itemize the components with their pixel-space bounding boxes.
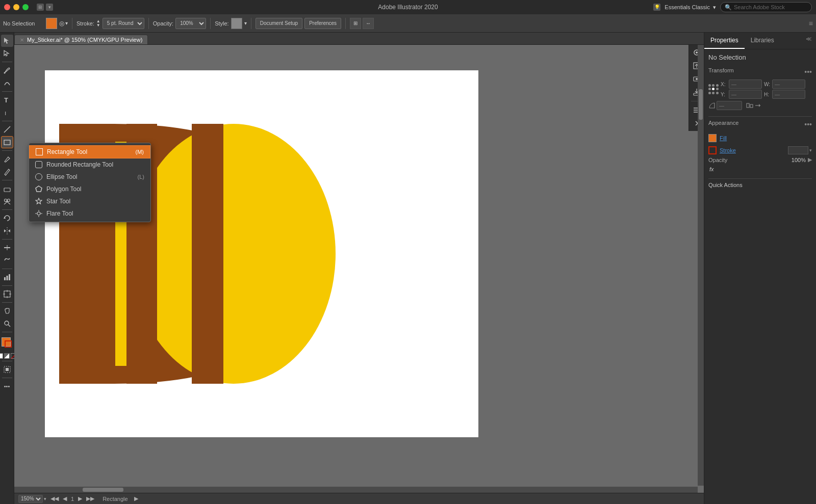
column-graph-tool[interactable] [1, 271, 13, 283]
minimize-button[interactable] [13, 4, 19, 10]
flip-icon[interactable] [746, 102, 753, 109]
appearance-more-btn[interactable]: ••• [804, 120, 812, 128]
warp-tool[interactable] [1, 254, 13, 267]
scissors-tool[interactable] [1, 195, 13, 207]
opacity-expand-btn[interactable]: ▶ [808, 156, 812, 163]
nav-prev-single-btn[interactable]: ◀ [63, 495, 67, 502]
angle-input[interactable] [717, 101, 742, 110]
opacity-label: Opacity [708, 157, 727, 163]
tool-dropdown-rectangle[interactable]: Rectangle Tool (M) [29, 145, 150, 158]
transform-more-btn[interactable]: ••• [804, 68, 812, 76]
tool-dropdown-flare[interactable]: Flare Tool [29, 207, 150, 220]
fill-color-box[interactable] [46, 18, 57, 29]
gradient-icon[interactable] [4, 353, 10, 359]
nav-next-single-btn[interactable]: ▶ [78, 495, 82, 502]
stroke-dash-select[interactable] [788, 146, 808, 154]
curvature-tool[interactable] [1, 77, 13, 89]
workspace-selector[interactable]: Essentials Classic ▾ [665, 4, 716, 11]
fill-color-swatch[interactable] [708, 134, 717, 142]
more-tools-button[interactable]: ••• [1, 380, 13, 392]
status-action-btn[interactable]: ▶ [134, 495, 138, 502]
align-button[interactable]: ↔ [363, 18, 374, 29]
fill-dropdown-icon[interactable]: ▾ [65, 20, 68, 26]
artboard-tool[interactable] [1, 288, 13, 300]
separator [2, 378, 12, 378]
grid-view-button[interactable]: ⊞ [37, 4, 44, 11]
horizontal-scrollbar[interactable] [14, 487, 698, 493]
line-tool[interactable] [1, 123, 13, 136]
fx-button[interactable]: fx [708, 165, 715, 173]
width-tool[interactable] [1, 242, 13, 254]
dropdown-button[interactable]: ▾ [46, 4, 53, 11]
stroke-color-swatch[interactable] [708, 146, 717, 154]
transform-origin-grid[interactable] [708, 84, 719, 94]
search-adobe-stock[interactable]: 🔍 Search Adobe Stock [720, 2, 812, 12]
vertical-type-tool[interactable]: ı [1, 107, 13, 119]
pen-tool[interactable] [1, 64, 13, 76]
more-transform-icon[interactable] [754, 102, 761, 109]
vertical-scroll-thumb[interactable] [699, 89, 703, 120]
selection-tool[interactable] [1, 35, 13, 47]
arrange-button[interactable]: ⊞ [350, 18, 361, 29]
panel-collapse-btn[interactable]: ≪ [802, 33, 816, 49]
tool-dropdown-star[interactable]: Star Tool [29, 195, 150, 207]
panel-options-icon[interactable]: ≡ [809, 19, 813, 28]
fullscreen-button[interactable] [22, 4, 29, 10]
y-input[interactable] [729, 90, 762, 99]
pencil-tool[interactable] [1, 166, 13, 178]
none-icon[interactable] [0, 353, 3, 359]
w-input[interactable] [772, 79, 805, 89]
opacity-select[interactable]: 100% [175, 18, 206, 29]
type-tool[interactable]: T [1, 94, 13, 106]
zoom-control[interactable]: 150% ▾ [18, 495, 46, 503]
rectangle-shortcut: (M) [136, 149, 144, 155]
tool-dropdown-polygon[interactable]: Polygon Tool [29, 183, 150, 195]
rectangle-tool-active[interactable] [1, 136, 13, 148]
bulb-icon[interactable]: 💡 [653, 4, 660, 11]
tool-dropdown-rounded-rect[interactable]: Rounded Rectangle Tool [29, 158, 150, 171]
view-controls: ⊞ ↔ [350, 18, 374, 29]
hand-tool[interactable] [1, 305, 13, 317]
stroke-arrows[interactable]: ▲ ▼ [96, 19, 100, 28]
stroke-indicator[interactable] [5, 340, 12, 348]
title-bar-right: 💡 Essentials Classic ▾ 🔍 Search Adobe St… [653, 2, 812, 12]
tab-close-btn[interactable]: ✕ [20, 37, 24, 43]
stroke-style-select[interactable]: 5 pt. Round [103, 18, 144, 29]
preferences-button[interactable]: Preferences [304, 18, 341, 29]
h-input[interactable] [772, 90, 805, 99]
tool-dropdown-ellipse[interactable]: Ellipse Tool (L) [29, 171, 150, 183]
zoom-select[interactable]: 150% [18, 495, 43, 503]
svg-rect-31 [192, 124, 223, 384]
reflect-tool[interactable] [1, 225, 13, 237]
nav-next-btn[interactable]: ▶▶ [86, 495, 94, 502]
angle-icon [708, 102, 716, 109]
stroke-down-icon[interactable]: ▾ [809, 148, 812, 153]
angle-control[interactable] [708, 101, 742, 110]
tab-properties[interactable]: Properties [704, 33, 745, 49]
vertical-scrollbar[interactable] [698, 45, 704, 486]
close-button[interactable] [4, 4, 10, 10]
rotate-tool[interactable] [1, 212, 13, 224]
selection-indicator: No Selection [3, 20, 44, 26]
style-box[interactable] [231, 18, 242, 29]
horizontal-scroll-thumb[interactable] [83, 488, 123, 492]
canvas-container[interactable]: Rectangle Tool (M) Rounded Rectangle Too… [14, 45, 704, 493]
separator [2, 150, 12, 151]
x-input[interactable] [729, 79, 762, 89]
style-dropdown-icon[interactable]: ▾ [244, 20, 247, 26]
draw-inside-button[interactable] [1, 363, 13, 376]
zoom-dropdown-icon[interactable]: ▾ [44, 496, 46, 501]
nav-prev-btn[interactable]: ◀◀ [50, 495, 59, 502]
paintbrush-tool[interactable] [1, 153, 13, 165]
document-setup-button[interactable]: Document Setup [256, 18, 303, 29]
eraser-tool[interactable] [1, 182, 13, 195]
fill-type-icon[interactable]: ◎ [59, 20, 64, 27]
tab-libraries[interactable]: Libraries [745, 33, 780, 49]
zoom-tool[interactable] [1, 317, 13, 330]
document-tab[interactable]: ✕ My_Sticker.ai* @ 150% (CMYK/GPU Previe… [14, 35, 148, 44]
stroke-label[interactable]: Stroke [720, 147, 736, 153]
fill-label[interactable]: Fill [720, 135, 727, 141]
svg-rect-27 [6, 368, 9, 371]
separator [2, 209, 12, 210]
direct-selection-tool[interactable] [1, 47, 13, 60]
